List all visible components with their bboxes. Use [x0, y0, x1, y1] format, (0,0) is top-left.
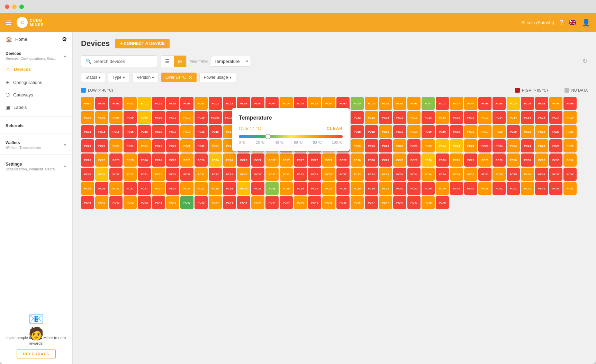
device-cell[interactable]: PC41 [535, 182, 548, 195]
device-cell[interactable]: PC40 [436, 182, 449, 195]
device-cell[interactable]: PC07 [464, 97, 477, 110]
device-cell[interactable]: PC20 [109, 139, 123, 152]
device-cell[interactable]: PC44 [237, 196, 250, 209]
device-cell[interactable]: PC10 [180, 111, 193, 124]
device-cell[interactable]: PC31 [166, 168, 179, 181]
device-cell[interactable]: PC39 [351, 182, 364, 195]
device-cell[interactable]: PC23 [379, 139, 392, 152]
device-cell[interactable]: PC13 [478, 111, 491, 124]
device-cell[interactable]: PC28 [379, 153, 392, 167]
device-cell[interactable]: PC20 [563, 125, 577, 138]
device-cell[interactable]: PC31 [180, 168, 193, 181]
device-cell[interactable]: PC37 [195, 182, 208, 195]
device-cell[interactable]: PC13 [422, 111, 435, 124]
device-cell[interactable]: PC42 [109, 196, 123, 209]
temperature-slider-thumb[interactable] [265, 134, 271, 139]
device-cell[interactable]: PC23 [351, 139, 364, 152]
device-cell[interactable]: PC33 [365, 168, 378, 181]
device-cell[interactable]: PC14 [521, 111, 534, 124]
device-cell[interactable]: PC08 [507, 97, 520, 110]
device-cell[interactable]: PC31 [109, 168, 123, 181]
device-cell[interactable]: PC25 [563, 139, 577, 152]
search-input[interactable] [94, 59, 153, 64]
device-cell[interactable]: PC27 [336, 153, 350, 167]
device-cell[interactable]: PC10 [166, 111, 179, 124]
device-cell[interactable]: PC05 [351, 97, 364, 110]
device-cell[interactable]: PC15 [81, 125, 94, 138]
device-cell[interactable]: PC08 [478, 97, 491, 110]
device-cell[interactable]: PC45 [322, 196, 335, 209]
device-cell[interactable]: PC08 [521, 97, 534, 110]
device-cell[interactable]: PC07 [393, 97, 406, 110]
device-cell[interactable]: PC34 [450, 168, 463, 181]
device-cell[interactable]: PC26 [237, 153, 250, 167]
device-cell[interactable]: PC48 [422, 196, 435, 209]
device-cell[interactable]: PC19 [450, 125, 463, 138]
device-cell[interactable]: PC32 [237, 168, 250, 181]
sidebar-home[interactable]: 🏠 Home ⚙ [0, 32, 72, 47]
device-cell[interactable]: PC20 [507, 125, 520, 138]
device-cell[interactable]: PC39 [294, 182, 307, 195]
device-cell[interactable]: PC19 [478, 125, 491, 138]
device-cell[interactable]: PC32 [265, 168, 279, 181]
device-cell[interactable]: PC24 [450, 139, 463, 152]
device-cell[interactable]: PC36 [81, 182, 94, 195]
device-cell[interactable]: PC35 [521, 168, 534, 181]
device-cell[interactable]: PC13 [450, 111, 463, 124]
device-cell[interactable]: PC31 [138, 168, 151, 181]
temperature-slider-track[interactable] [239, 135, 343, 138]
device-cell[interactable]: PC27 [294, 153, 307, 167]
device-cell[interactable]: PC20 [521, 125, 534, 138]
minimize-btn[interactable] [12, 4, 17, 9]
device-cell[interactable]: PC06 [379, 97, 392, 110]
device-cell[interactable]: PC21 [138, 139, 151, 152]
device-cell[interactable]: PC37 [180, 182, 193, 195]
search-box[interactable]: 🔍 [81, 55, 157, 67]
device-cell[interactable]: PC15 [95, 125, 108, 138]
device-cell[interactable]: PC20 [81, 139, 94, 152]
device-cell[interactable]: PC32 [280, 168, 293, 181]
device-cell[interactable]: PC46 [351, 196, 364, 209]
device-cell[interactable]: PC24 [521, 139, 534, 152]
device-cell[interactable]: PC26 [180, 153, 193, 167]
device-cell[interactable]: PC29 [450, 153, 463, 167]
sidebar-item-gateways[interactable]: ⬡ Gateways [0, 88, 72, 101]
device-cell[interactable]: PC09 [109, 111, 123, 124]
device-cell[interactable]: PC39 [336, 182, 350, 195]
device-cell[interactable]: PC42 [95, 196, 108, 209]
device-cell[interactable]: PC33 [308, 168, 321, 181]
device-cell[interactable]: PC01 [124, 97, 137, 110]
status-filter[interactable]: Status ▾ [81, 73, 105, 82]
device-cell[interactable]: PC18 [379, 125, 392, 138]
device-cell[interactable]: PC45 [308, 196, 321, 209]
device-cell[interactable]: PC27 [308, 153, 321, 167]
device-cell[interactable]: PC36 [95, 182, 108, 195]
help-icon[interactable]: ? [560, 19, 563, 26]
device-cell[interactable]: PC30 [507, 153, 520, 167]
device-cell[interactable]: PC16 [138, 125, 151, 138]
sidebar-item-configurations[interactable]: ⊞ Configurations [0, 76, 72, 88]
device-cell[interactable]: PC39 [308, 182, 321, 195]
device-cell[interactable]: PC28 [351, 153, 364, 167]
device-cell[interactable]: PC28 [393, 153, 406, 167]
device-cell[interactable]: PC28 [422, 153, 435, 167]
device-cell[interactable]: PC26 [138, 153, 151, 167]
device-cell[interactable]: PC34 [422, 168, 435, 181]
device-cell[interactable]: PC24 [478, 139, 491, 152]
device-cell[interactable]: PC36 [549, 168, 562, 181]
device-cell[interactable]: PC19 [407, 125, 421, 138]
device-cell[interactable]: PC23 [393, 139, 406, 152]
device-cell[interactable]: PC09 [563, 97, 577, 110]
device-cell[interactable]: PC21 [180, 139, 193, 152]
device-cell[interactable]: PC08 [493, 97, 506, 110]
device-cell[interactable]: PC44 [251, 196, 264, 209]
device-cell[interactable]: PC07 [450, 97, 463, 110]
device-cell[interactable]: PC48 [436, 196, 449, 209]
referrals-section[interactable]: Referrals [0, 119, 72, 130]
device-cell[interactable]: PC46 [336, 196, 350, 209]
device-cell[interactable]: PC39 [322, 182, 335, 195]
device-cell[interactable]: PC08 [535, 97, 548, 110]
device-cell[interactable]: PC32 [251, 168, 264, 181]
device-cell[interactable]: PC41 [493, 182, 506, 195]
sidebar-item-devices[interactable]: ⚠ Devices [0, 63, 72, 76]
